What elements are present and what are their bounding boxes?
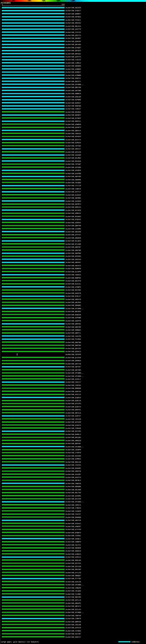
hit-bar[interactable] [2,563,65,564]
hit-bar[interactable] [2,59,65,60]
hit-bar[interactable] [2,394,65,395]
hit-accession[interactable]: UniRef100_UP1000... [65,446,84,448]
hit-accession[interactable]: UniRef100_C4DY64 [65,384,81,386]
hit-accession[interactable]: UniRef100_B8CET1 [65,81,81,82]
hit-bar[interactable] [2,280,65,282]
hit-bar[interactable] [2,544,65,546]
hit-bar[interactable] [2,72,65,73]
hit-bar[interactable] [2,50,65,52]
hit-accession[interactable]: UniRef100_A9AYJ7 [65,636,81,638]
hit-bar[interactable] [2,271,65,272]
hit-bar[interactable] [2,74,65,76]
hit-accession[interactable]: UniRef100_C8SWP9 [65,449,81,451]
hit-accession[interactable]: UniRef100_B9GVK2 [65,22,81,24]
hit-bar[interactable] [2,397,65,398]
hit-accession[interactable]: UniRef100_B6JET6 [65,280,81,282]
hit-bar[interactable] [2,508,65,509]
hit-accession[interactable]: UniRef100_Q594C3 [65,351,81,352]
hit-bar[interactable] [2,560,65,561]
hit-accession[interactable]: UniRef100_B9JVN4 [65,289,81,291]
hit-accession[interactable]: UniRef100_Q1GK42 [65,194,81,196]
hit-bar[interactable] [2,102,65,104]
hit-bar[interactable] [2,62,65,64]
hit-bar[interactable] [2,314,65,315]
hit-accession[interactable]: UniRef100_Q21LE5 [65,608,81,610]
hit-accession[interactable]: UniRef100_B2KR47 [65,102,81,104]
hit-bar[interactable] [2,133,65,134]
hit-accession[interactable]: UniRef100_B6GYB9 [65,596,81,598]
hit-bar[interactable] [2,474,65,475]
hit-bar[interactable] [2,38,65,39]
hit-accession[interactable]: UniRef100_Q2QLQ9 [65,96,81,98]
hit-accession[interactable]: UniRef100_Q21YR3 [65,430,81,432]
hit-accession[interactable]: UniRef100_A6DW96 [65,179,81,181]
hit-bar[interactable] [2,618,65,619]
hit-accession[interactable]: UniRef100_C5YN93 [65,630,81,632]
short-hit-marker[interactable] [17,354,17,356]
hit-accession[interactable]: UniRef100_Q11HP9 [65,271,81,273]
hit-bar[interactable] [2,265,65,266]
hit-bar[interactable] [2,326,65,328]
hit-bar[interactable] [2,13,65,14]
hit-accession[interactable]: UniRef100_B9BWA2 [65,329,81,331]
hit-bar[interactable] [2,56,65,58]
hit-bar[interactable] [2,65,65,67]
hit-bar[interactable] [2,458,65,460]
hit-accession[interactable]: UniRef100_C4K1P6 [65,335,81,337]
hit-accession[interactable]: UniRef100_B5KW96 [65,516,81,518]
hit-accession[interactable]: UniRef100_A1BQ23 [65,553,81,555]
hit-bar[interactable] [2,424,65,426]
hit-accession[interactable]: UniRef100_UP1000... [65,612,84,614]
hit-bar[interactable] [2,142,65,144]
hit-accession[interactable]: UniRef100_B4Z569 [65,455,81,457]
hit-accession[interactable]: UniRef100_Q25KM5 [65,495,81,497]
hit-bar[interactable] [2,556,65,558]
hit-bar[interactable] [2,268,65,269]
hit-accession[interactable]: UniRef100_B9L7K9 [65,492,81,494]
hit-accession[interactable]: UniRef100_C5EZ37 [65,513,81,515]
hit-bar[interactable] [2,250,65,251]
hit-accession[interactable]: UniRef100_A3VZB7 [65,474,81,476]
hit-accession[interactable]: UniRef100_UP1000... [65,584,84,586]
hit-accession[interactable]: UniRef100_B21V59 [65,498,81,500]
hit-bar[interactable] [2,68,65,70]
hit-bar[interactable] [2,342,65,343]
hit-bar[interactable] [2,338,65,340]
hit-bar[interactable] [2,258,65,260]
hit-bar[interactable] [2,443,65,444]
hit-accession[interactable]: UniRef100_A3QB83 [65,68,81,70]
hit-bar[interactable] [2,406,65,407]
hit-accession[interactable]: UniRef100_A6GET8 [65,298,81,300]
hit-accession[interactable]: UniRef100_C6AGZ4 [65,133,81,134]
hit-bar[interactable] [2,34,65,36]
hit-bar[interactable] [2,296,65,297]
hit-accession[interactable]: UniRef100_C1MR14 [65,62,81,64]
hit-accession[interactable]: UniRef100_A3WVR7 [65,526,81,528]
hit-accession[interactable]: UniRef100_C7LC16 [65,185,81,187]
hit-accession[interactable]: UniRef100_A8TZM0 [65,90,81,92]
hit-accession[interactable]: UniRef100_Q8UE15 [65,130,81,132]
hit-bar[interactable] [2,200,65,202]
hit-bar[interactable] [2,360,65,362]
hit-bar[interactable] [2,160,65,162]
hit-accession[interactable]: UniRef100_Q99N59 [65,360,81,362]
hit-accession[interactable]: UniRef100_Q04BR7 [65,38,81,39]
hit-accession[interactable]: UniRef100_C5ZW29 [65,510,81,512]
hit-bar[interactable] [2,256,65,257]
hit-bar[interactable] [2,158,65,159]
hit-bar[interactable] [2,593,65,595]
hit-bar[interactable] [2,262,65,263]
hit-bar[interactable] [2,581,65,582]
hit-accession[interactable]: UniRef100_Q0YSL8 [65,412,81,414]
hit-bar[interactable] [2,526,65,527]
hit-accession[interactable]: UniRef100_Q4FLL6 [65,599,81,601]
hit-bar[interactable] [2,440,65,441]
hit-accession[interactable]: UniRef100_A9B5S2 [65,212,81,214]
hit-bar[interactable] [2,461,65,462]
hit-bar[interactable] [2,449,65,450]
hit-accession[interactable]: UniRef100_Q3J5Z5 [65,562,81,564]
hit-accession[interactable]: UniRef100_A4YSI9 [65,627,81,629]
hit-bar[interactable] [2,305,65,306]
hit-accession[interactable]: UniRef100_A8IA39 [65,7,81,9]
hit-bar[interactable] [2,81,65,82]
